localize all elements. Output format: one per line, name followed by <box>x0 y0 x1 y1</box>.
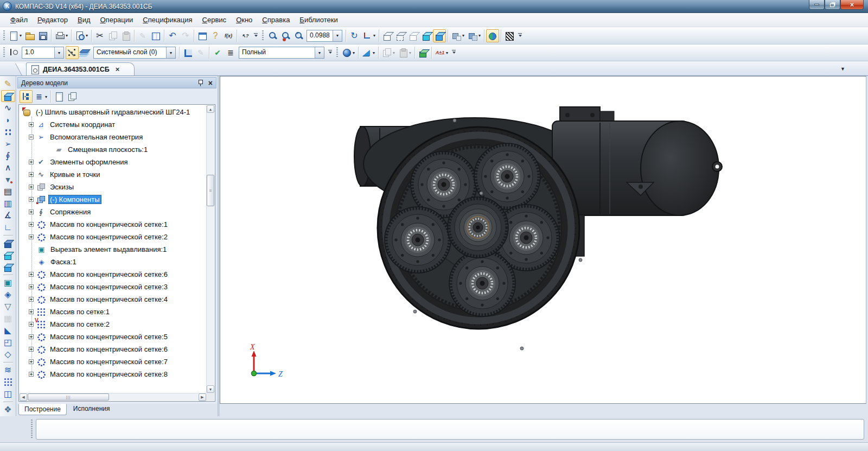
menu-item-7[interactable]: Справка <box>257 14 295 26</box>
expand-toggle[interactable]: + <box>29 359 34 364</box>
toolbar-overflow-button[interactable] <box>327 46 334 59</box>
tree-item[interactable]: +∿Кривые и точки <box>20 168 206 181</box>
solid-bodies-button[interactable] <box>1 249 15 261</box>
measure-button[interactable]: ∧ <box>1 162 15 174</box>
tree-item-label[interactable]: Элементы оформления <box>48 157 130 167</box>
tree-item[interactable]: ◈Фаска:1 <box>20 256 206 268</box>
menu-item-2[interactable]: Вид <box>73 14 95 26</box>
hole-button[interactable]: ▽ <box>1 301 15 313</box>
tolerance-button[interactable]: A±1▾ <box>433 46 450 59</box>
expand-toggle[interactable]: + <box>29 334 34 339</box>
layers-button[interactable] <box>79 46 92 59</box>
print-button-dropdown-icon[interactable]: ▾ <box>66 33 68 38</box>
context-help-button[interactable]: ↖? <box>239 29 252 42</box>
new-document-button-dropdown-icon[interactable]: ▾ <box>20 33 22 38</box>
shaded-with-edges-button[interactable] <box>433 29 446 42</box>
tree-item[interactable]: +Массив по концентрической сетке:2 <box>20 231 206 243</box>
tree-item[interactable]: +Массив по сетке:1 <box>20 306 206 318</box>
toolbar-overflow-button[interactable] <box>516 29 524 42</box>
expand-toggle[interactable]: + <box>29 197 34 202</box>
print-preview-button[interactable]: ▾ <box>73 29 90 42</box>
new-document-button[interactable]: ▾ <box>7 29 23 42</box>
tree-item-label[interactable]: (-) Шпиль швартовный гидравлический ШГ24… <box>34 107 192 117</box>
vertical-scroll-thumb[interactable]: ≡ <box>207 175 214 206</box>
tree-item-label[interactable]: Системы координат <box>48 120 117 129</box>
mates-button[interactable]: ∮ <box>1 150 15 162</box>
layer-combo[interactable]: Системный слой (0)▼ <box>93 47 176 59</box>
snap-points-button[interactable] <box>66 46 79 59</box>
assembly-operations-button[interactable] <box>1 237 15 249</box>
arrays-button[interactable] <box>1 126 15 138</box>
tree-structure-button[interactable] <box>20 90 33 103</box>
auxiliary-geometry-button[interactable]: ➢ <box>1 138 15 150</box>
window-list-dropdown[interactable]: ▼ <box>840 66 845 72</box>
expand-toggle[interactable]: + <box>29 234 34 239</box>
tree-item[interactable]: +Массив по концентрической сетке:7 <box>20 355 206 368</box>
tree-item-label[interactable]: Эскизы <box>48 182 75 192</box>
local-csys-button[interactable] <box>181 46 194 59</box>
tree-tab-0[interactable]: Построение <box>18 404 67 415</box>
variables-fx-button[interactable]: f(x) <box>222 29 235 42</box>
tree-item-label[interactable]: Массив по концентрической сетке:1 <box>48 220 169 229</box>
menu-item-8[interactable]: Библиотеки <box>295 14 342 26</box>
edit-part-button[interactable]: ✎ <box>1 78 15 90</box>
tree-item[interactable]: +Массив по сетке:2 <box>20 318 206 331</box>
tree-item[interactable]: +⊿Системы координат <box>20 118 206 131</box>
tree-item[interactable]: +Эскизы <box>20 181 206 193</box>
solid-modeling-button[interactable] <box>1 90 15 102</box>
new-window-button[interactable] <box>196 29 209 42</box>
orientation-button-dropdown-icon[interactable]: ▾ <box>373 33 375 38</box>
tree-item-label[interactable]: Массив по концентрической сетке:3 <box>48 282 169 291</box>
hide-objects-button-dropdown-icon[interactable]: ▾ <box>478 33 481 38</box>
draft-button[interactable]: ◇ <box>1 348 15 360</box>
detail-combo-dropdown-icon[interactable]: ▼ <box>315 47 324 58</box>
zoom-in-button[interactable] <box>292 29 305 42</box>
tree-composition-button[interactable]: ≣▾ <box>33 90 49 103</box>
extrude-cut-button[interactable]: ▣ <box>1 277 15 289</box>
tree-item[interactable]: ▰Смещенная плоскость:1 <box>20 143 206 156</box>
tree-item-label[interactable]: Массив по сетке:2 <box>48 320 111 329</box>
step-combo[interactable]: 1.0▼ <box>22 47 64 59</box>
menu-item-0[interactable]: Файл <box>5 14 33 26</box>
tree-item-label[interactable]: Массив по концентрической сетке:5 <box>48 332 169 341</box>
variables-table-button[interactable] <box>149 29 162 42</box>
menu-item-4[interactable]: Спецификация <box>138 14 197 26</box>
tree-item-label[interactable]: Вспомогательная геометрия <box>48 132 144 142</box>
shaded-button[interactable] <box>420 29 433 42</box>
scale-combo-dropdown-icon[interactable]: ▼ <box>333 30 342 41</box>
hide-objects-button[interactable]: ▾ <box>466 29 482 42</box>
dimensions-box-button[interactable] <box>417 46 430 59</box>
expand-toggle[interactable]: + <box>29 297 34 302</box>
tree-item-label[interactable]: Кривые и точки <box>48 170 102 179</box>
expand-toggle[interactable]: + <box>29 172 34 177</box>
menu-item-3[interactable]: Операции <box>95 14 138 26</box>
tree-item[interactable]: +∮Сопряжения <box>20 206 206 218</box>
wireframe-button[interactable] <box>381 29 394 42</box>
tree-item[interactable]: +Массив по концентрической сетке:8 <box>20 368 206 380</box>
tree-item[interactable]: ▣Вырезать элемент выдавливания:1 <box>20 243 206 256</box>
surfaces-button[interactable]: ◗ <box>1 114 15 126</box>
3d-dimensions-button[interactable] <box>503 29 516 42</box>
tree-composition-button-dropdown-icon[interactable]: ▾ <box>45 94 47 99</box>
expand-toggle[interactable]: + <box>29 322 34 327</box>
capstan-assembly-model[interactable] <box>354 107 722 350</box>
open-document-button[interactable] <box>23 29 36 42</box>
tree-item-label[interactable]: Массив по сетке:1 <box>48 307 111 316</box>
close-button[interactable]: × <box>840 0 864 10</box>
tree-item-label[interactable]: Массив по концентрической сетке:8 <box>48 370 169 379</box>
message-bar-grip[interactable] <box>31 420 33 439</box>
hidden-lines-thin-button[interactable] <box>407 29 420 42</box>
help-topics-button[interactable]: ? <box>209 29 222 42</box>
hide-in-components-button-dropdown-icon[interactable]: ▾ <box>462 33 464 38</box>
tree-item[interactable]: +Массив по концентрической сетке:1 <box>20 218 206 231</box>
thread-button[interactable]: ≋ <box>1 364 15 376</box>
tree-item-label[interactable]: Смещенная плоскость:1 <box>66 145 149 154</box>
print-button[interactable]: ▾ <box>53 29 69 42</box>
chamfer-button[interactable]: ◈ <box>1 289 15 301</box>
tree-item-label[interactable]: Массив по концентрической сетке:2 <box>48 232 169 242</box>
display-mode-button-dropdown-icon[interactable]: ▾ <box>353 50 355 55</box>
expand-toggle[interactable]: + <box>29 347 34 352</box>
placement-button-dropdown-icon[interactable]: ▾ <box>393 50 395 55</box>
quick-display-button[interactable] <box>486 29 499 42</box>
print-preview-button-dropdown-icon[interactable]: ▾ <box>86 33 88 38</box>
